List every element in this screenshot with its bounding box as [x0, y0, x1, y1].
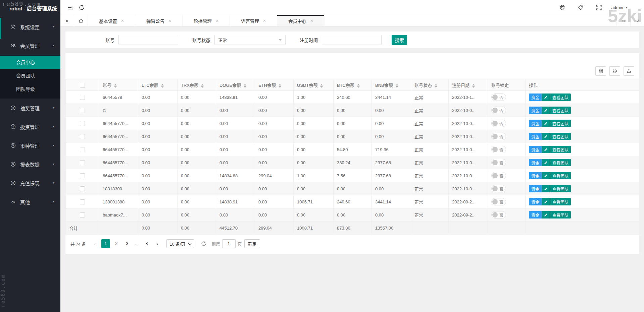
theme-palette-icon[interactable]: [557, 2, 568, 13]
fullscreen-icon[interactable]: [593, 2, 605, 13]
row-checkbox[interactable]: [80, 199, 85, 204]
edit-button[interactable]: [542, 107, 550, 114]
regdate-input[interactable]: [322, 35, 382, 45]
sidebar-subitem[interactable]: 会员中心: [0, 56, 60, 69]
view-team-button[interactable]: 查看团队: [550, 172, 571, 179]
sidebar-item[interactable]: ¥报表数据▼: [0, 155, 60, 174]
view-team-button[interactable]: 查看团队: [550, 211, 571, 219]
status-select[interactable]: 正常: [214, 35, 286, 45]
sidebar-item[interactable]: ¥币种管理▼: [0, 136, 60, 155]
sidebar-item[interactable]: ¥充值提现▼: [0, 174, 60, 192]
page-button[interactable]: 3: [123, 239, 132, 248]
edit-button[interactable]: [542, 133, 550, 140]
view-team-button[interactable]: 查看团队: [550, 185, 571, 192]
page-button[interactable]: 2: [112, 239, 121, 248]
row-checkbox[interactable]: [80, 186, 85, 191]
select-all-checkbox[interactable]: [80, 83, 85, 88]
refresh-table-icon[interactable]: [201, 241, 206, 246]
goto-page-input[interactable]: [222, 239, 236, 248]
row-checkbox[interactable]: [80, 95, 85, 100]
tab-item[interactable]: 会员中心×: [277, 15, 325, 26]
page-button[interactable]: 1: [101, 239, 110, 248]
sort-icon[interactable]: [396, 84, 398, 88]
sort-icon[interactable]: [320, 84, 323, 88]
next-page-icon[interactable]: ›: [153, 239, 162, 248]
close-icon[interactable]: ×: [310, 18, 313, 23]
tag-icon[interactable]: [575, 2, 587, 13]
menu-collapse-icon[interactable]: [64, 2, 76, 13]
lock-toggle[interactable]: 否: [491, 159, 506, 166]
page-button[interactable]: 8: [142, 239, 151, 248]
page-size-select[interactable]: 10 条/页: [166, 239, 194, 248]
view-team-button[interactable]: 查看团队: [550, 159, 571, 166]
lock-toggle[interactable]: 否: [491, 172, 506, 179]
prev-page-icon[interactable]: ‹: [91, 239, 99, 248]
funds-button[interactable]: 资金: [529, 146, 542, 153]
view-team-button[interactable]: 查看团队: [550, 133, 571, 140]
edit-button[interactable]: [542, 120, 550, 127]
lock-toggle[interactable]: 否: [491, 211, 506, 219]
sort-icon[interactable]: [201, 84, 204, 88]
sidebar-subitem[interactable]: 会员团队: [0, 69, 60, 82]
tab-item[interactable]: 轮播管理×: [183, 15, 230, 26]
edit-button[interactable]: [542, 159, 550, 166]
tab-item[interactable]: 弹窗公告×: [135, 15, 183, 26]
close-icon[interactable]: ×: [121, 18, 124, 23]
edit-button[interactable]: [542, 185, 550, 192]
sidebar-item[interactable]: ∞其他▼: [0, 192, 60, 211]
lock-toggle[interactable]: 否: [491, 185, 506, 192]
export-icon[interactable]: [624, 66, 634, 76]
row-checkbox[interactable]: [80, 173, 85, 178]
user-menu[interactable]: admin: [611, 5, 628, 10]
view-team-button[interactable]: 查看团队: [550, 198, 571, 205]
sort-icon[interactable]: [244, 84, 246, 88]
close-icon[interactable]: ×: [263, 18, 266, 23]
lock-toggle[interactable]: 否: [491, 93, 506, 101]
sidebar-item[interactable]: ¥抽奖管理▼: [0, 99, 60, 117]
search-button[interactable]: 搜索: [392, 35, 407, 45]
lock-toggle[interactable]: 否: [491, 120, 506, 127]
tab-menu-icon[interactable]: [630, 15, 644, 26]
funds-button[interactable]: 资金: [529, 120, 542, 127]
tab-item[interactable]: 语言管理×: [230, 15, 277, 26]
funds-button[interactable]: 资金: [529, 185, 542, 192]
row-checkbox[interactable]: [80, 121, 85, 126]
sort-icon[interactable]: [472, 84, 475, 88]
funds-button[interactable]: 资金: [529, 133, 542, 140]
funds-button[interactable]: 资金: [529, 172, 542, 179]
sidebar-item[interactable]: 会员管理▲: [0, 36, 60, 55]
close-icon[interactable]: ×: [216, 18, 218, 23]
sort-icon[interactable]: [161, 84, 164, 88]
confirm-button[interactable]: 确定: [244, 239, 260, 248]
row-checkbox[interactable]: [80, 212, 85, 217]
funds-button[interactable]: 资金: [529, 211, 542, 219]
sort-icon[interactable]: [279, 84, 281, 88]
row-checkbox[interactable]: [80, 134, 85, 139]
print-icon[interactable]: [609, 66, 620, 76]
edit-button[interactable]: [542, 172, 550, 179]
edit-button[interactable]: [542, 146, 550, 153]
account-input[interactable]: [118, 35, 178, 45]
columns-icon[interactable]: [595, 66, 606, 76]
lock-toggle[interactable]: 否: [491, 146, 506, 153]
row-checkbox[interactable]: [80, 108, 85, 113]
edit-button[interactable]: [542, 93, 550, 101]
view-team-button[interactable]: 查看团队: [550, 93, 571, 101]
row-checkbox[interactable]: [80, 147, 85, 152]
sort-icon[interactable]: [357, 84, 360, 88]
sidebar-item[interactable]: 系统设定▼: [0, 17, 60, 36]
view-team-button[interactable]: 查看团队: [550, 120, 571, 127]
row-checkbox[interactable]: [80, 160, 85, 165]
scroll-tabs-left-icon[interactable]: «: [60, 15, 74, 26]
edit-button[interactable]: [542, 198, 550, 205]
refresh-icon[interactable]: [76, 2, 87, 13]
lock-toggle[interactable]: 否: [491, 198, 506, 205]
funds-button[interactable]: 资金: [529, 159, 542, 166]
close-icon[interactable]: ×: [168, 18, 171, 23]
funds-button[interactable]: 资金: [529, 93, 542, 101]
tab-item[interactable]: 基本设置×: [88, 15, 135, 26]
edit-button[interactable]: [542, 211, 550, 219]
sort-icon[interactable]: [435, 84, 437, 88]
lock-toggle[interactable]: 否: [491, 107, 506, 114]
scroll-tabs-right-icon[interactable]: »: [616, 15, 630, 26]
